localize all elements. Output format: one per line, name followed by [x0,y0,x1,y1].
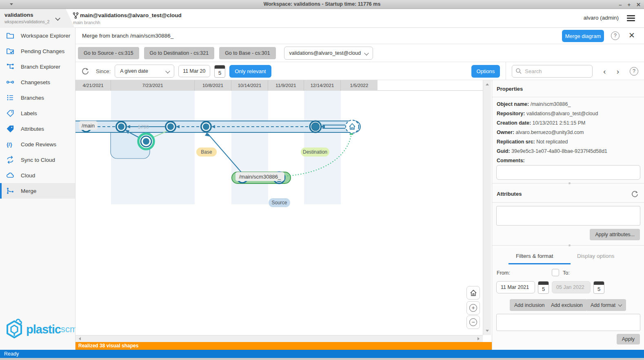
workspace-name: validations [4,12,33,18]
add-format-button[interactable]: Add format [586,299,626,311]
main-branch-label[interactable]: /main [79,121,98,130]
since-date-input[interactable] [178,65,210,77]
comments-textarea[interactable] [496,165,640,180]
sidebar-item-branch-explorer[interactable]: Branch Explorer [0,59,75,74]
goto-destination-button[interactable]: Go to Destination - cs:321 [144,47,215,59]
changeset-node[interactable] [115,121,127,132]
plasticscm-logo: plastic scm [4,319,77,340]
logo-text: plastic [26,323,61,336]
apply-filters-button[interactable]: Apply [617,334,640,344]
goto-base-button[interactable]: Go to Base - cs:301 [219,47,275,59]
scroll-left-icon[interactable] [79,337,81,340]
scroll-right-icon[interactable] [477,337,480,340]
sidebar-item-attributes[interactable]: Attributes [0,121,75,136]
sidebar-item-sync-to-cloud[interactable]: Sync to Cloud [0,152,75,168]
tab-display-options[interactable]: Display options [577,253,615,259]
refresh-icon[interactable] [81,67,89,75]
property-row: Creation date: 10/13/2021 2:51:15 PM [497,120,640,126]
property-row: Object name: /main/scm30886_ [497,101,640,107]
scroll-up-icon[interactable] [486,83,489,85]
diagram-status-banner: Realized 38 visual shapes [76,342,492,350]
changeset-node[interactable] [165,121,176,132]
scroll-down-icon[interactable] [486,330,489,332]
changesets-icon [6,78,14,86]
branch-tree-icon [6,63,14,71]
next-match-icon[interactable]: › [617,67,619,75]
merge-icon [6,187,14,195]
search-field[interactable] [512,65,593,78]
to-calendar-picker[interactable]: 5 [593,281,604,294]
timeline-date: 4/21/2021 [76,80,111,91]
attributes-list-box[interactable] [496,206,640,226]
sidebar-item-changesets[interactable]: Changesets [0,74,75,90]
panel-splitter[interactable] [492,245,644,246]
sidebar-nav: Workspace Explorer Pending Changes Branc… [0,28,76,350]
filter-to-date-input[interactable] [552,281,591,293]
maximize-button[interactable]: + [628,2,631,7]
timeline-date: 10/14/2021 [231,80,268,91]
toolbar-help-icon[interactable]: ? [630,67,638,76]
changeset-node-selected[interactable] [138,134,154,149]
chevron-down-icon [618,302,622,306]
search-icon [515,68,522,74]
zoom-in-button[interactable]: + [466,301,480,315]
working-copy-home-node[interactable] [346,120,359,133]
zoom-out-button[interactable]: − [466,315,480,329]
only-relevant-button[interactable]: Only relevant [229,65,271,78]
changeset-node-destination[interactable] [309,121,322,133]
attributes-section-header: Attributes [492,186,644,203]
from-calendar-picker[interactable]: 5 [538,281,549,294]
minimize-button[interactable]: – [619,2,622,7]
prev-match-icon[interactable]: ‹ [603,67,606,75]
calendar-picker[interactable]: 5 [214,65,225,78]
sidebar-item-branches[interactable]: Branches [0,90,75,105]
properties-title: Properties [497,86,523,92]
search-input[interactable] [525,68,586,74]
sidebar-item-labels[interactable]: Labels [0,105,75,121]
sidebar-item-cloud[interactable]: Cloud [0,168,75,183]
sidebar-item-workspace-explorer[interactable]: Workspace Explorer [0,28,75,43]
merge-diagram-button[interactable]: Merge diagram [562,30,604,42]
timeline-date: 11/9/2021 [268,80,304,91]
timeline-date: 10/8/2021 [195,80,231,91]
merge-view-header: Merge from branch /main/scm30886_ Merge … [76,28,644,44]
since-mode-dropdown[interactable]: A given date [115,65,174,78]
workspace-selector[interactable]: validations wkspaces/validations_2 [0,9,75,28]
refresh-attributes-icon[interactable] [631,190,639,198]
folder-edit-icon [6,47,14,55]
to-checkbox[interactable] [552,269,559,276]
diagram-home-button[interactable] [466,286,480,300]
changeset-node-base[interactable] [200,121,212,132]
source-marker-label: Source [269,198,290,207]
properties-section-header: Properties [492,80,644,97]
goto-source-button[interactable]: Go to Source - cs:315 [78,47,139,59]
tag-filled-icon [6,125,14,133]
logo-suffix: scm [61,324,77,335]
hamburger-menu-icon[interactable] [627,15,635,21]
zoom-out-icon: − [469,318,477,326]
apply-attributes-button[interactable]: Apply attributes... [590,229,640,240]
window-title-bar: Workspace: validations - Startup time: 1… [0,0,644,9]
filter-rules-box[interactable] [496,314,640,331]
repository-selector[interactable]: validations@alvaro_test@cloud [284,47,373,60]
app-header: validations wkspaces/validations_2 main@… [0,9,644,28]
close-view-icon[interactable]: ✕ [628,31,635,40]
sidebar-item-pending-changes[interactable]: Pending Changes [0,43,75,59]
panel-splitter[interactable] [492,183,644,183]
active-branch-title: main@validations@alvaro_test@cloud [80,12,182,18]
sidebar-item-code-reviews[interactable]: {/} Code Reviews [0,136,75,152]
property-row: Guid: 39e9e5c3-1e07-4a80-8bae-9237f45d58… [497,148,640,154]
horizontal-scrollbar[interactable] [76,335,483,342]
window-close-button[interactable]: ✕ [636,2,641,7]
folder-icon [6,31,14,40]
sidebar-item-merge[interactable]: Merge [0,183,75,199]
vertical-scrollbar[interactable] [483,80,491,335]
options-button[interactable]: Options [471,65,500,78]
source-branch-label[interactable]: /main/scm30886_ [235,172,284,181]
branch-diagram-canvas[interactable]: 5790 /main /main/scm30886_ [76,91,483,335]
tab-filters-format[interactable]: Filters & format [516,253,553,259]
add-exclusion-button[interactable]: Add exclusion [546,299,587,311]
add-inclusion-button[interactable]: Add inclusion [510,299,549,311]
filter-from-date-input[interactable] [496,281,535,293]
help-icon[interactable]: ? [611,31,620,40]
